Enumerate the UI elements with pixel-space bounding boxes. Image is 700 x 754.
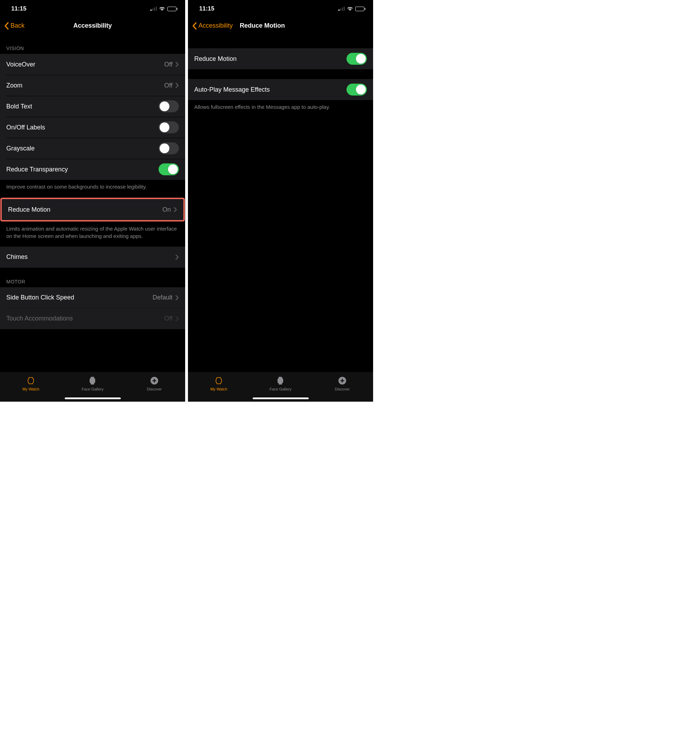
watch-face-icon bbox=[277, 376, 284, 386]
wifi-icon bbox=[347, 6, 353, 11]
home-indicator[interactable] bbox=[253, 398, 309, 399]
watch-icon bbox=[27, 376, 34, 386]
tab-my-watch[interactable]: My Watch bbox=[188, 372, 250, 395]
chevron-right-icon bbox=[175, 254, 179, 260]
battery-icon bbox=[355, 7, 366, 11]
row-bold-text[interactable]: Bold Text bbox=[0, 96, 185, 117]
chevron-right-icon bbox=[175, 83, 179, 88]
scroll-content[interactable]: VISION VoiceOver Off Zoom Off Bold Text bbox=[0, 34, 185, 372]
home-indicator[interactable] bbox=[65, 398, 121, 399]
tab-discover[interactable]: Discover bbox=[311, 372, 373, 395]
nav-title: Reduce Motion bbox=[240, 22, 285, 30]
watch-icon bbox=[215, 376, 223, 386]
tab-discover[interactable]: Discover bbox=[123, 372, 185, 395]
row-reduce-motion[interactable]: Reduce Motion bbox=[188, 48, 373, 69]
autoplay-note: Allows fullscreen effects in the Message… bbox=[188, 100, 373, 117]
watch-face-icon bbox=[89, 376, 96, 386]
toggle-grayscale[interactable] bbox=[159, 142, 179, 154]
nav-title: Accessibility bbox=[0, 22, 185, 30]
cell-signal-icon bbox=[339, 7, 345, 11]
toggle-bold-text[interactable] bbox=[159, 100, 179, 112]
svg-rect-4 bbox=[278, 378, 283, 384]
phone-left: 11:15 Back Accessibility VISION bbox=[0, 0, 185, 402]
back-button[interactable]: Accessibility bbox=[189, 22, 236, 30]
status-time: 11:15 bbox=[199, 5, 214, 12]
row-onoff-labels[interactable]: On/Off Labels bbox=[0, 117, 185, 138]
transparency-note: Improve contrast on some backgrounds to … bbox=[0, 180, 185, 197]
toggle-reduce-motion[interactable] bbox=[347, 53, 367, 65]
row-chimes[interactable]: Chimes bbox=[0, 247, 185, 268]
highlighted-row: Reduce Motion On bbox=[2, 199, 183, 220]
section-header-motor: MOTOR bbox=[0, 268, 185, 287]
compass-icon bbox=[150, 376, 159, 386]
svg-rect-5 bbox=[279, 377, 282, 378]
chevron-right-icon bbox=[175, 316, 179, 322]
tab-face-gallery[interactable]: Face Gallery bbox=[250, 372, 311, 395]
row-zoom[interactable]: Zoom Off bbox=[0, 75, 185, 96]
svg-rect-1 bbox=[91, 377, 94, 378]
statusbar: 11:15 bbox=[188, 0, 373, 17]
scroll-content[interactable]: Reduce Motion Auto-Play Message Effects … bbox=[188, 34, 373, 372]
svg-rect-2 bbox=[91, 384, 94, 384]
toggle-reduce-transparency[interactable] bbox=[159, 163, 179, 175]
row-reduce-transparency[interactable]: Reduce Transparency bbox=[0, 159, 185, 180]
phone-right: 11:15 Accessibility Reduce Motion bbox=[188, 0, 373, 402]
svg-rect-6 bbox=[279, 384, 282, 384]
battery-icon bbox=[167, 7, 178, 11]
chevron-right-icon bbox=[175, 295, 179, 301]
row-autoplay-message-effects[interactable]: Auto-Play Message Effects bbox=[188, 79, 373, 100]
chevron-right-icon bbox=[175, 62, 179, 67]
row-reduce-motion[interactable]: Reduce Motion On bbox=[2, 199, 183, 220]
section-header-vision: VISION bbox=[0, 34, 185, 54]
back-button[interactable]: Back bbox=[2, 22, 27, 30]
reduce-motion-note: Limits animation and automatic resizing … bbox=[0, 222, 185, 247]
row-voiceover[interactable]: VoiceOver Off bbox=[0, 54, 185, 75]
wifi-icon bbox=[159, 6, 165, 11]
tab-my-watch[interactable]: My Watch bbox=[0, 372, 62, 395]
toggle-onoff-labels[interactable] bbox=[159, 122, 179, 133]
statusbar: 11:15 bbox=[0, 0, 185, 17]
row-touch-accommodations[interactable]: Touch Accommodations Off bbox=[0, 308, 185, 329]
svg-rect-0 bbox=[90, 378, 95, 384]
cell-signal-icon bbox=[150, 7, 157, 11]
status-time: 11:15 bbox=[11, 5, 26, 12]
chevron-left-icon bbox=[192, 22, 197, 30]
row-grayscale[interactable]: Grayscale bbox=[0, 138, 185, 159]
compass-icon bbox=[338, 376, 347, 386]
row-side-button-speed[interactable]: Side Button Click Speed Default bbox=[0, 287, 185, 308]
navbar: Accessibility Reduce Motion bbox=[188, 17, 373, 34]
chevron-right-icon bbox=[173, 207, 177, 212]
toggle-autoplay-message-effects[interactable] bbox=[347, 84, 367, 95]
chevron-left-icon bbox=[4, 22, 9, 30]
navbar: Back Accessibility bbox=[0, 17, 185, 34]
tab-face-gallery[interactable]: Face Gallery bbox=[62, 372, 123, 395]
